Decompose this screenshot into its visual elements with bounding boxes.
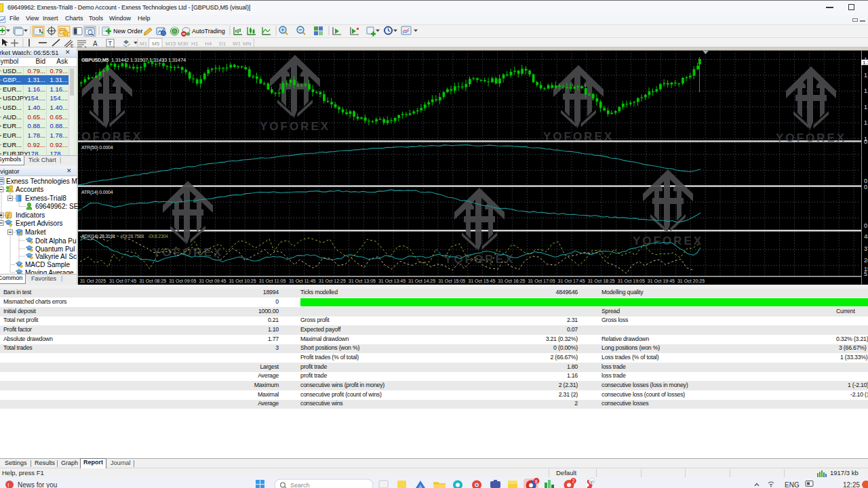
svg-text:0.0004: 0.0004 <box>864 138 868 145</box>
svg-text:D1: D1 <box>219 41 226 47</box>
svg-text:!: ! <box>7 482 9 488</box>
svg-text:31 Oct 08:25: 31 Oct 08:25 <box>139 279 166 283</box>
svg-text:H4: H4 <box>205 41 212 47</box>
svg-text:ADX(14) 28.3191: ADX(14) 28.3191 <box>81 234 115 239</box>
svg-text:5.0: 5.0 <box>864 270 868 277</box>
svg-text:+DI:28.7588: +DI:28.7588 <box>120 234 144 239</box>
svg-text:H1: H1 <box>191 41 199 47</box>
svg-text:News for you: News for you <box>18 481 57 488</box>
svg-text:31 Oct 17:05: 31 Oct 17:05 <box>528 279 555 283</box>
svg-text:31 Oct 13:05: 31 Oct 13:05 <box>349 279 376 283</box>
svg-text:31 Oct 09:05: 31 Oct 09:05 <box>169 279 196 283</box>
svg-text:31 Oct 09:45: 31 Oct 09:45 <box>199 279 226 283</box>
svg-text:31 Oct 11:05: 31 Oct 11:05 <box>259 279 286 283</box>
svg-text:31 Oct 14:25: 31 Oct 14:25 <box>408 279 435 283</box>
svg-text:1.31440: 1.31440 <box>864 87 868 94</box>
svg-text:YOFOREX: YOFOREX <box>78 130 142 143</box>
svg-text:2: 2 <box>572 479 574 483</box>
svg-text:y²: y² <box>590 479 594 485</box>
svg-text:ATR(14) 0.0004: ATR(14) 0.0004 <box>81 190 113 195</box>
svg-text:31 Oct 19:05: 31 Oct 19:05 <box>618 279 645 283</box>
svg-text:31 Oct 12:25: 31 Oct 12:25 <box>319 279 346 283</box>
svg-text:31 Oct 2025: 31 Oct 2025 <box>80 279 106 283</box>
svg-text:T: T <box>108 40 113 47</box>
svg-text:ENG: ENG <box>785 481 800 488</box>
svg-text:-DI:8.2304: -DI:8.2304 <box>148 234 168 239</box>
svg-text:ATR(50) 0.0004: ATR(50) 0.0004 <box>81 145 113 150</box>
svg-text:8: 8 <box>535 479 538 484</box>
svg-text:48.2: 48.2 <box>864 233 868 240</box>
svg-text:M15: M15 <box>165 41 176 47</box>
svg-text:New Order: New Order <box>113 28 143 35</box>
svg-text:31 Oct 16:25: 31 Oct 16:25 <box>498 279 525 283</box>
svg-text:31 Oct 17:45: 31 Oct 17:45 <box>558 279 585 283</box>
svg-text:YOFOREX: YOFOREX <box>543 130 614 143</box>
svg-text:0.0004: 0.0004 <box>864 222 868 229</box>
svg-text:1.31460: 1.31460 <box>864 72 868 79</box>
svg-text:26.0: 26.0 <box>864 257 868 264</box>
svg-text:31 Oct 15:05: 31 Oct 15:05 <box>438 279 465 283</box>
svg-text:31 Oct 13:45: 31 Oct 13:45 <box>378 279 406 283</box>
svg-text:31 Oct 15:45: 31 Oct 15:45 <box>468 279 495 283</box>
svg-text:W1: W1 <box>233 41 241 47</box>
svg-text:YOFOREX: YOFOREX <box>776 131 846 144</box>
svg-text:1.31420: 1.31420 <box>864 104 868 110</box>
svg-text:1.31442 1.31507 1.31433 1.3147: 1.31442 1.31507 1.31433 1.31474 <box>111 57 186 63</box>
svg-text:0.0004: 0.0004 <box>864 184 868 190</box>
svg-text:1.3: 1.3 <box>863 60 868 66</box>
svg-text:31 Oct 18:25: 31 Oct 18:25 <box>588 279 615 283</box>
svg-text:31 Oct 20:25: 31 Oct 20:25 <box>677 279 705 283</box>
svg-text:Search: Search <box>290 482 310 488</box>
svg-text:31 Oct 10:25: 31 Oct 10:25 <box>229 279 256 283</box>
svg-text:12:25: 12:25 <box>843 481 860 488</box>
svg-text:GBPUSD,M5: GBPUSD,M5 <box>81 57 108 63</box>
svg-text:A: A <box>93 40 98 47</box>
svg-text:37.1: 37.1 <box>864 245 868 252</box>
svg-text:31 Oct 19:45: 31 Oct 19:45 <box>648 279 675 283</box>
svg-text:AutoTrading: AutoTrading <box>192 28 225 35</box>
svg-text:MN: MN <box>243 41 252 47</box>
svg-text:M30: M30 <box>178 41 189 47</box>
svg-text:YOFOREX: YOFOREX <box>260 120 330 133</box>
svg-text:M1: M1 <box>140 41 148 47</box>
svg-text:31 Oct 07:45: 31 Oct 07:45 <box>109 279 136 283</box>
svg-text:1.31400: 1.31400 <box>864 119 868 126</box>
svg-text:M5: M5 <box>152 41 160 47</box>
svg-text:31 Oct 11:45: 31 Oct 11:45 <box>289 279 316 283</box>
